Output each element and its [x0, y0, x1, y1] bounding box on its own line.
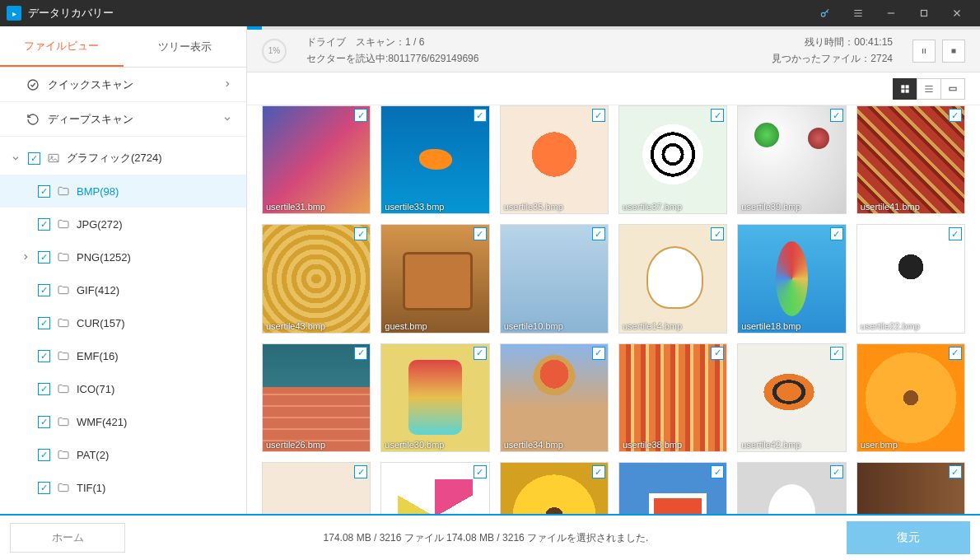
drive-scan-label: ドライブ スキャン：1 / 6 — [306, 35, 772, 50]
recover-button[interactable]: 復元 — [847, 521, 970, 554]
tree-item[interactable]: PNG(1252) — [0, 240, 246, 273]
thumbnail-checkbox[interactable] — [474, 465, 487, 478]
thumbnail-checkbox[interactable] — [949, 109, 962, 122]
svg-rect-6 — [925, 49, 926, 54]
thumbnail[interactable] — [737, 462, 846, 514]
thumbnail-checkbox[interactable] — [949, 465, 962, 478]
thumbnail[interactable]: usertile31.bmp — [262, 105, 371, 214]
tree-item[interactable]: JPG(272) — [0, 208, 246, 240]
thumbnail-grid-wrap[interactable]: usertile31.bmpusertile33.bmpusertile35.b… — [247, 105, 980, 514]
grid-view-button[interactable] — [893, 78, 917, 100]
thumbnail[interactable]: usertile18.bmp — [737, 224, 846, 333]
thumbnail[interactable]: usertile39.bmp — [737, 105, 846, 214]
thumbnail-checkbox[interactable] — [711, 109, 724, 122]
thumbnail-checkbox[interactable] — [354, 347, 367, 360]
thumbnail[interactable]: usertile26.bmp — [262, 343, 371, 452]
tree-item[interactable]: CUR(157) — [0, 306, 246, 339]
tree-root-graphics[interactable]: グラフィック(2724) — [0, 142, 246, 175]
checkbox[interactable] — [38, 449, 50, 461]
thumbnail[interactable]: usertile42.bmp — [737, 343, 846, 452]
thumbnail-image — [263, 344, 370, 451]
thumbnail[interactable]: user.bmp — [856, 343, 965, 452]
checkbox[interactable] — [28, 152, 40, 165]
tree-item[interactable]: EMF(16) — [0, 339, 246, 372]
app-logo-icon: ▸ — [7, 6, 21, 21]
thumbnail-checkbox[interactable] — [354, 109, 367, 122]
checkbox[interactable] — [38, 482, 50, 494]
quick-scan-section[interactable]: クイックスキャン — [0, 68, 246, 102]
thumbnail[interactable]: usertile38.bmp — [618, 343, 727, 452]
tree-item[interactable]: TIF(1) — [0, 471, 246, 504]
thumbnail[interactable]: usertile41.bmp — [856, 105, 965, 214]
tab-tree-view[interactable]: ツリー表示 — [124, 26, 247, 67]
checkbox[interactable] — [38, 350, 50, 362]
thumbnail[interactable]: usertile30.bmp — [380, 343, 489, 452]
home-button[interactable]: ホーム — [10, 523, 125, 553]
thumbnail[interactable] — [856, 462, 965, 514]
collapse-icon[interactable] — [10, 154, 21, 162]
thumbnail[interactable]: usertile34.bmp — [500, 343, 609, 452]
thumbnail-checkbox[interactable] — [711, 347, 724, 360]
tree-item[interactable]: WMF(421) — [0, 405, 246, 438]
tab-file-view[interactable]: ファイルビュー — [0, 26, 124, 67]
deep-scan-section[interactable]: ディープスキャン — [0, 102, 246, 137]
thumbnail[interactable]: guest.bmp — [380, 224, 489, 333]
pause-button[interactable] — [912, 40, 936, 63]
checkbox[interactable] — [38, 317, 50, 329]
thumbnail-checkbox[interactable] — [592, 227, 605, 240]
thumbnail[interactable]: usertile43.bmp — [262, 224, 371, 333]
tree-item-label: EMF(16) — [77, 350, 119, 362]
thumbnail-checkbox[interactable] — [474, 227, 487, 240]
checkbox[interactable] — [38, 251, 50, 264]
thumbnail[interactable]: usertile33.bmp — [380, 105, 489, 214]
checkbox[interactable] — [38, 185, 50, 198]
thumbnail-checkbox[interactable] — [830, 227, 843, 240]
list-view-button[interactable] — [917, 78, 941, 100]
thumbnail-checkbox[interactable] — [711, 227, 724, 240]
maximize-button[interactable] — [908, 0, 940, 26]
tree-item-label: PNG(1252) — [77, 251, 131, 264]
thumbnail-checkbox[interactable] — [592, 109, 605, 122]
thumbnail-checkbox[interactable] — [711, 465, 724, 478]
tree-item-label: JPG(272) — [77, 218, 123, 231]
checkbox[interactable] — [38, 383, 50, 395]
thumbnail-checkbox[interactable] — [474, 347, 487, 360]
detail-view-button[interactable] — [940, 78, 965, 100]
thumbnail[interactable] — [380, 462, 489, 514]
tree-item[interactable]: PAT(2) — [0, 438, 246, 471]
checkbox[interactable] — [38, 284, 50, 296]
thumbnail-checkbox[interactable] — [474, 109, 487, 122]
thumbnail-checkbox[interactable] — [949, 347, 962, 360]
tree-item[interactable]: ICO(71) — [0, 372, 246, 405]
time-remaining: 残り時間：00:41:15 — [772, 35, 893, 50]
thumbnail[interactable]: usertile14.bmp — [618, 224, 727, 333]
key-icon[interactable] — [809, 0, 842, 26]
thumbnail-checkbox[interactable] — [830, 347, 843, 360]
thumbnail-checkbox[interactable] — [354, 465, 367, 478]
thumbnail[interactable]: usertile35.bmp — [500, 105, 609, 214]
thumbnail[interactable] — [500, 462, 609, 514]
close-button[interactable] — [940, 0, 973, 26]
stop-button[interactable] — [942, 40, 965, 63]
expand-icon[interactable] — [20, 253, 31, 261]
thumbnail-checkbox[interactable] — [354, 227, 367, 240]
thumbnail[interactable]: usertile10.bmp — [500, 224, 609, 333]
tree-item[interactable]: GIF(412) — [0, 273, 246, 306]
thumbnail[interactable]: usertile37.bmp — [618, 105, 727, 214]
thumbnail-checkbox[interactable] — [830, 465, 843, 478]
thumbnail[interactable] — [618, 462, 727, 514]
thumbnail[interactable]: usertile22.bmp — [856, 224, 965, 333]
thumbnail-image — [381, 225, 488, 332]
checkbox[interactable] — [38, 416, 50, 428]
checkbox[interactable] — [38, 218, 50, 231]
menu-icon[interactable] — [842, 0, 875, 26]
minimize-button[interactable] — [875, 0, 908, 26]
thumbnail-checkbox[interactable] — [592, 465, 605, 478]
thumbnail[interactable] — [262, 462, 371, 514]
tree-item[interactable]: BMP(98) — [0, 175, 246, 208]
thumbnail-checkbox[interactable] — [949, 227, 962, 240]
thumbnail-checkbox[interactable] — [592, 347, 605, 360]
folder-icon — [57, 349, 70, 362]
thumbnail-grid: usertile31.bmpusertile33.bmpusertile35.b… — [262, 105, 965, 514]
thumbnail-checkbox[interactable] — [830, 109, 843, 122]
